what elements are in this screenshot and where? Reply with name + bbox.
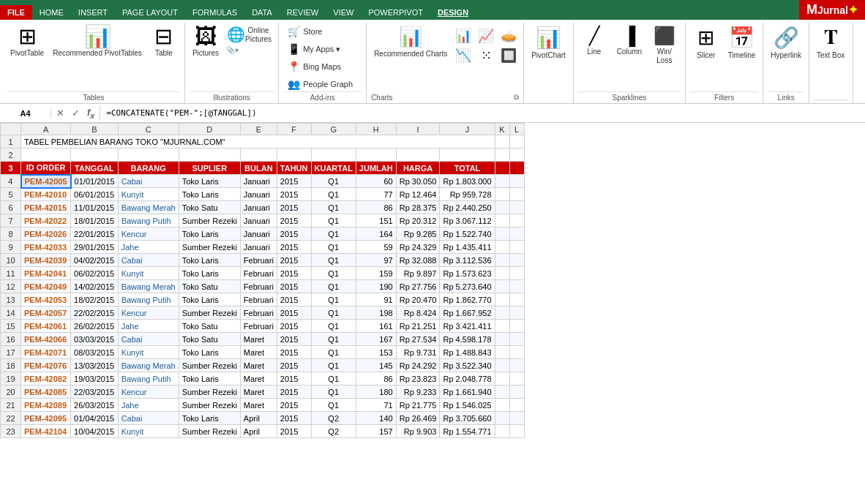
table-cell[interactable]: Maret bbox=[240, 346, 277, 359]
table-cell[interactable]: 157 bbox=[356, 425, 396, 438]
table-cell[interactable]: 18/01/2015 bbox=[71, 214, 119, 227]
table-cell[interactable]: Kencur bbox=[118, 306, 179, 320]
table-cell[interactable]: PEM-42041 bbox=[21, 267, 71, 280]
row-header-3[interactable]: 3 bbox=[1, 162, 21, 175]
table-cell[interactable]: Sumber Rezeki bbox=[179, 425, 240, 438]
cell-k23[interactable] bbox=[495, 425, 509, 438]
table-cell[interactable]: Kencur bbox=[118, 227, 179, 241]
table-cell[interactable]: 10/04/2015 bbox=[71, 425, 119, 438]
cell-k16[interactable] bbox=[495, 333, 509, 346]
table-cell[interactable]: Bawang Putih bbox=[118, 214, 179, 227]
table-cell[interactable]: 60 bbox=[356, 175, 396, 188]
cell-l21[interactable] bbox=[509, 399, 524, 412]
cell-k11[interactable] bbox=[495, 267, 509, 280]
row-header-10[interactable]: 10 bbox=[1, 254, 21, 267]
cell-k6[interactable] bbox=[495, 201, 509, 214]
cell-l6[interactable] bbox=[509, 201, 524, 214]
spreadsheet[interactable]: A B C D E F G H I J K L 1 TABEL PEMBELIA… bbox=[0, 123, 865, 489]
table-cell[interactable]: Rp 23.823 bbox=[396, 372, 440, 385]
table-cell[interactable]: 167 bbox=[356, 333, 396, 346]
table-cell[interactable]: Rp 3.522.340 bbox=[440, 359, 495, 372]
table-cell[interactable]: 2015 bbox=[277, 188, 311, 201]
table-cell[interactable]: 22/01/2015 bbox=[71, 227, 119, 241]
table-cell[interactable]: Kencur bbox=[118, 385, 179, 399]
table-cell[interactable]: 86 bbox=[356, 201, 396, 214]
table-cell[interactable]: Rp 1.546.025 bbox=[440, 399, 495, 412]
table-cell[interactable]: Q1 bbox=[311, 188, 356, 201]
table-cell[interactable]: 06/01/2015 bbox=[71, 188, 119, 201]
cell-l19[interactable] bbox=[509, 372, 524, 385]
table-cell[interactable]: Rp 3.067.112 bbox=[440, 214, 495, 227]
table-cell[interactable]: Jahe bbox=[118, 399, 179, 412]
table-cell[interactable]: Februari bbox=[240, 293, 277, 306]
recommended-pivottables-button[interactable]: 📊 Recommended PivotTables bbox=[50, 24, 145, 59]
table-cell[interactable]: Q1 bbox=[311, 175, 356, 188]
cell-k21[interactable] bbox=[495, 399, 509, 412]
table-cell[interactable]: Rp 27.534 bbox=[396, 333, 440, 346]
table-cell[interactable]: 2015 bbox=[277, 241, 311, 254]
table-cell[interactable]: Toko Satu bbox=[179, 320, 240, 333]
table-cell[interactable]: Rp 2.048.778 bbox=[440, 372, 495, 385]
table-cell[interactable]: 190 bbox=[356, 280, 396, 293]
table-cell[interactable]: Cabai bbox=[118, 254, 179, 267]
row-header-22[interactable]: 22 bbox=[1, 412, 21, 425]
table-cell[interactable]: Rp 1.488.843 bbox=[440, 346, 495, 359]
table-cell[interactable]: Rp 26.469 bbox=[396, 412, 440, 425]
row-header-14[interactable]: 14 bbox=[1, 306, 21, 320]
pictures-button[interactable]: 🖼 Pictures bbox=[190, 24, 222, 59]
table-cell[interactable]: 01/01/2015 bbox=[71, 175, 119, 188]
row-header-12[interactable]: 12 bbox=[1, 280, 21, 293]
table-cell[interactable]: Maret bbox=[240, 385, 277, 399]
table-cell[interactable]: 22/02/2015 bbox=[71, 306, 119, 320]
table-cell[interactable]: Januari bbox=[240, 175, 277, 188]
table-cell[interactable]: Rp 20.312 bbox=[396, 214, 440, 227]
table-cell[interactable]: PEM-42089 bbox=[21, 399, 71, 412]
table-cell[interactable]: 71 bbox=[356, 399, 396, 412]
table-cell[interactable]: 2015 bbox=[277, 372, 311, 385]
col-header-k[interactable]: K bbox=[495, 124, 509, 135]
row-header-20[interactable]: 20 bbox=[1, 385, 21, 399]
table-cell[interactable]: Sumber Rezeki bbox=[179, 306, 240, 320]
table-cell[interactable]: 2015 bbox=[277, 412, 311, 425]
table-cell[interactable]: 145 bbox=[356, 359, 396, 372]
cell-h2[interactable] bbox=[356, 148, 396, 162]
row-header-16[interactable]: 16 bbox=[1, 333, 21, 346]
table-cell[interactable]: Q1 bbox=[311, 267, 356, 280]
table-cell[interactable]: 01/04/2015 bbox=[71, 412, 119, 425]
table-cell[interactable]: 97 bbox=[356, 254, 396, 267]
table-cell[interactable]: Maret bbox=[240, 372, 277, 385]
col-header-i[interactable]: I bbox=[396, 124, 440, 135]
table-cell[interactable]: 86 bbox=[356, 372, 396, 385]
table-cell[interactable]: Rp 27.756 bbox=[396, 280, 440, 293]
table-cell[interactable]: PEM-42104 bbox=[21, 425, 71, 438]
cell-l4[interactable] bbox=[509, 175, 524, 188]
cell-e2[interactable] bbox=[240, 148, 277, 162]
table-cell[interactable]: Bawang Merah bbox=[118, 359, 179, 372]
table-cell[interactable]: PEM-42005 bbox=[21, 175, 71, 188]
table-cell[interactable]: Q1 bbox=[311, 293, 356, 306]
col-header-h[interactable]: H bbox=[356, 124, 396, 135]
cell-reference-box[interactable]: A4 bbox=[0, 109, 51, 118]
cell-a2[interactable] bbox=[21, 148, 71, 162]
table-cell[interactable]: PEM-42010 bbox=[21, 188, 71, 201]
table-cell[interactable]: Rp 1.522.740 bbox=[440, 227, 495, 241]
table-cell[interactable]: PEM-42095 bbox=[21, 412, 71, 425]
scatter-chart-button[interactable]: ⁙ bbox=[476, 47, 496, 64]
table-cell[interactable]: PEM-42066 bbox=[21, 333, 71, 346]
table-cell[interactable]: Rp 9.233 bbox=[396, 385, 440, 399]
table-cell[interactable]: Bawang Merah bbox=[118, 280, 179, 293]
cell-k5[interactable] bbox=[495, 188, 509, 201]
table-cell[interactable]: Rp 1.862.770 bbox=[440, 293, 495, 306]
table-cell[interactable]: Rp 21.251 bbox=[396, 320, 440, 333]
col-header-d[interactable]: D bbox=[179, 124, 240, 135]
table-cell[interactable]: Toko Laris bbox=[179, 267, 240, 280]
online-pictures-button[interactable]: 🌐 OnlinePictures bbox=[225, 24, 274, 45]
cell-k9[interactable] bbox=[495, 241, 509, 254]
cell-k19[interactable] bbox=[495, 372, 509, 385]
cell-l15[interactable] bbox=[509, 320, 524, 333]
table-cell[interactable]: 151 bbox=[356, 214, 396, 227]
table-cell[interactable]: Sumber Rezeki bbox=[179, 399, 240, 412]
cell-k7[interactable] bbox=[495, 214, 509, 227]
tab-design[interactable]: DESIGN bbox=[430, 5, 476, 20]
hyperlink-button[interactable]: 🔗 Hyperlink bbox=[768, 24, 804, 61]
